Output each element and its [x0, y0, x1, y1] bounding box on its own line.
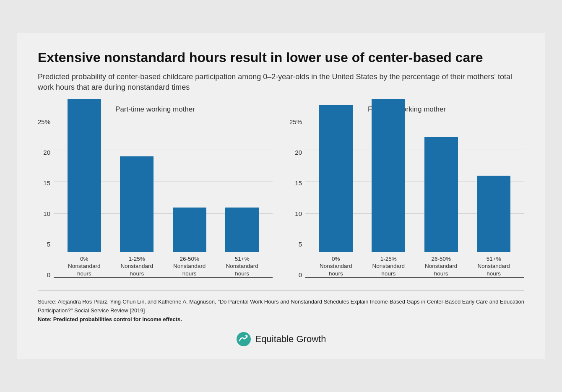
bars-grid-right: 0%Nonstandardhours1-25%Nonstandardhours2…: [305, 118, 524, 277]
bar-group: 1-25%Nonstandardhours: [369, 99, 407, 278]
bars-row-left: 0%Nonstandardhours1-25%Nonstandardhours2…: [54, 118, 273, 277]
main-title: Extensive nonstandard hours result in lo…: [38, 49, 524, 65]
bar-label: 0%Nonstandardhours: [317, 255, 355, 278]
bar-label: 1-25%Nonstandardhours: [369, 255, 407, 278]
subtitle: Predicted probability of center-based ch…: [38, 72, 524, 93]
bar-group: 26-50%Nonstandardhours: [171, 208, 208, 278]
chart-left-title: Part-time working mother: [115, 105, 195, 114]
bars-wrapper-left: 0%Nonstandardhours1-25%Nonstandardhours2…: [54, 118, 273, 278]
y-axis-label: 25%: [289, 119, 302, 125]
y-axis-label: 5: [299, 241, 302, 247]
bar-group: 51+%Nonstandardhours: [475, 176, 513, 278]
x-axis-left: [54, 277, 273, 278]
bar: [477, 176, 510, 252]
y-axis-right: 25%20151050: [289, 119, 305, 278]
x-axis-right: [305, 277, 524, 278]
bars-grid-left: 0%Nonstandardhours1-25%Nonstandardhours2…: [54, 118, 273, 277]
logo-text: Equitable Growth: [255, 334, 326, 345]
y-axis-label: 10: [295, 210, 302, 217]
y-axis-left: 25%20151050: [38, 119, 54, 278]
chart-left-area: 25%20151050 0%Nonstandardhours1-25%Nonst…: [38, 118, 273, 278]
bar-group: 51+%Nonstandardhours: [223, 208, 261, 278]
bar: [68, 99, 101, 252]
chart-left: Part-time working mother 25%20151050 0%N…: [38, 105, 273, 278]
bar-label: 1-25%Nonstandardhours: [118, 255, 156, 278]
bar: [225, 208, 259, 252]
logo-icon: [236, 332, 251, 347]
y-axis-label: 20: [295, 149, 302, 156]
y-axis-label: 15: [295, 180, 302, 186]
bar-group: 1-25%Nonstandardhours: [118, 156, 156, 278]
bar-label: 51+%Nonstandardhours: [475, 255, 513, 278]
chart-right: Full-time working mother 25%20151050 0%N…: [289, 105, 524, 278]
bars-row-right: 0%Nonstandardhours1-25%Nonstandardhours2…: [305, 118, 524, 277]
chart-right-area: 25%20151050 0%Nonstandardhours1-25%Nonst…: [289, 118, 524, 278]
svg-point-0: [237, 332, 251, 346]
bar: [173, 208, 206, 252]
y-axis-label: 25%: [38, 119, 50, 125]
bar: [120, 156, 154, 252]
bar-group: 0%Nonstandardhours: [317, 105, 355, 278]
bar: [424, 137, 458, 252]
main-card: Extensive nonstandard hours result in lo…: [17, 33, 545, 359]
footer: Equitable Growth: [38, 332, 524, 347]
bars-wrapper-right: 0%Nonstandardhours1-25%Nonstandardhours2…: [305, 118, 524, 278]
bar: [372, 99, 405, 252]
y-axis-label: 0: [47, 272, 50, 278]
bar-group: 0%Nonstandardhours: [65, 99, 103, 278]
bar: [319, 105, 353, 252]
bar-label: 51+%Nonstandardhours: [223, 255, 261, 278]
y-axis-label: 10: [43, 210, 50, 217]
bar-label: 0%Nonstandardhours: [65, 255, 103, 278]
bar-label: 26-50%Nonstandardhours: [422, 255, 460, 278]
y-axis-label: 0: [299, 272, 302, 278]
y-axis-label: 15: [43, 180, 50, 186]
divider: [38, 291, 524, 291]
bar-group: 26-50%Nonstandardhours: [422, 137, 460, 278]
y-axis-label: 20: [43, 149, 50, 156]
y-axis-label: 5: [47, 241, 50, 247]
source-text: Source: Alejandra Ros Pilarz, Ying-Chun …: [38, 298, 524, 324]
charts-row: Part-time working mother 25%20151050 0%N…: [38, 105, 524, 278]
bar-label: 26-50%Nonstandardhours: [171, 255, 208, 278]
